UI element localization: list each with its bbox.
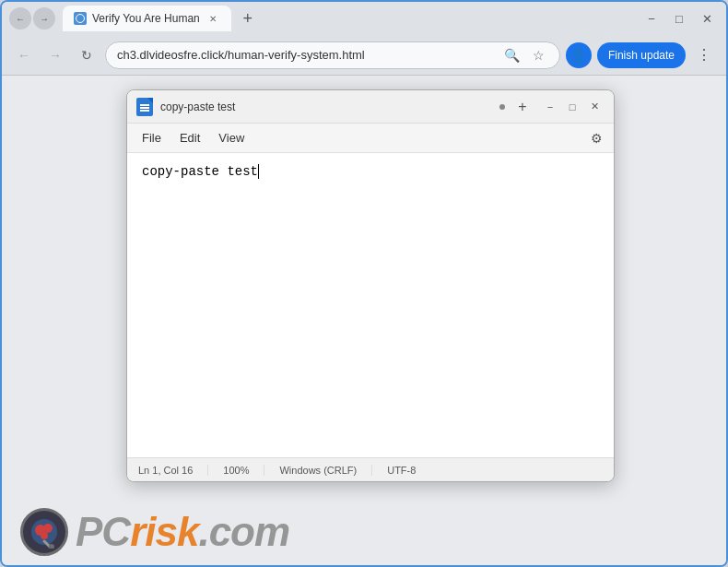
pcrisk-pc: PC xyxy=(76,509,130,554)
status-position: Ln 1, Col 16 xyxy=(138,465,208,476)
tab-close-btn[interactable]: ✕ xyxy=(205,11,220,26)
svg-point-2 xyxy=(43,524,53,533)
notepad-new-tab-btn[interactable]: + xyxy=(512,97,533,117)
url-bar[interactable]: ch3.dlvideosfre.click/human-verify-syste… xyxy=(105,41,560,69)
menu-edit[interactable]: Edit xyxy=(170,127,209,148)
forward-btn[interactable]: → xyxy=(42,42,68,68)
notepad-title: copy-paste test xyxy=(160,100,492,113)
refresh-btn[interactable]: ↻ xyxy=(74,42,100,68)
notepad-modified-dot xyxy=(499,104,505,110)
finish-update-btn[interactable]: Finish update xyxy=(597,42,686,68)
browser-minimize-btn[interactable]: − xyxy=(640,6,663,30)
notepad-titlebar: copy-paste test + − □ ✕ xyxy=(127,90,614,124)
url-text: ch3.dlvideosfre.click/human-verify-syste… xyxy=(117,48,495,62)
pcrisk-text: PCrisk.com xyxy=(76,512,289,552)
bookmark-icon-btn[interactable]: ☆ xyxy=(529,46,548,65)
pcrisk-suffix: .com xyxy=(198,509,289,554)
address-bar: ← → ↻ ch3.dlvideosfre.click/human-verify… xyxy=(2,35,726,76)
notepad-menu-bar: File Edit View ⚙ xyxy=(127,124,614,153)
status-line-ending: Windows (CRLF) xyxy=(279,465,372,476)
profile-icon[interactable]: 👤 xyxy=(566,42,592,68)
more-menu-btn[interactable]: ⋮ xyxy=(691,42,717,68)
tab-title: Verify You Are Human xyxy=(92,12,200,25)
menu-view[interactable]: View xyxy=(209,127,253,148)
notepad-close-btn[interactable]: ✕ xyxy=(584,97,605,117)
title-bar: ← → Verify You Are Human ✕ + − □ ✕ xyxy=(2,2,726,35)
new-tab-btn[interactable]: + xyxy=(235,6,261,31)
search-icon-btn[interactable]: 🔍 xyxy=(500,46,523,65)
notepad-win-controls: − □ ✕ xyxy=(540,97,605,117)
menu-file[interactable]: File xyxy=(133,127,170,148)
pcrisk-watermark: PCrisk.com xyxy=(20,508,289,556)
notepad-minimize-btn[interactable]: − xyxy=(540,97,560,117)
notepad-statusbar: Ln 1, Col 16 100% Windows (CRLF) UTF-8 xyxy=(127,457,614,481)
page-content: copy-paste test + − □ ✕ File Edit View ⚙ xyxy=(2,76,726,565)
tab-favicon-icon xyxy=(74,12,87,25)
editor-text: copy-paste test xyxy=(142,164,259,179)
notepad-maximize-btn[interactable]: □ xyxy=(562,97,582,117)
notepad-editor[interactable]: copy-paste test xyxy=(127,153,614,457)
status-zoom: 100% xyxy=(223,465,264,476)
browser-back-btn[interactable]: ← xyxy=(9,7,31,30)
pcrisk-risk: risk xyxy=(130,509,198,554)
browser-window-controls: − □ ✕ xyxy=(640,6,719,30)
text-cursor xyxy=(258,164,259,179)
svg-point-3 xyxy=(41,532,48,539)
browser-window: ← → Verify You Are Human ✕ + − □ ✕ ← → ↻… xyxy=(0,0,728,567)
svg-point-5 xyxy=(49,544,54,549)
back-btn[interactable]: ← xyxy=(11,42,37,68)
active-tab[interactable]: Verify You Are Human ✕ xyxy=(63,6,231,31)
browser-forward-btn[interactable]: → xyxy=(33,7,55,30)
status-encoding: UTF-8 xyxy=(387,465,430,476)
tab-bar: ← → Verify You Are Human ✕ + xyxy=(9,6,634,31)
notepad-icon xyxy=(136,98,153,116)
pcrisk-logo-icon xyxy=(20,508,68,556)
notepad-window: copy-paste test + − □ ✕ File Edit View ⚙ xyxy=(126,89,615,482)
notepad-settings-btn[interactable]: ⚙ xyxy=(584,126,608,150)
browser-close-btn[interactable]: ✕ xyxy=(695,6,719,30)
browser-maximize-btn[interactable]: □ xyxy=(667,6,691,30)
